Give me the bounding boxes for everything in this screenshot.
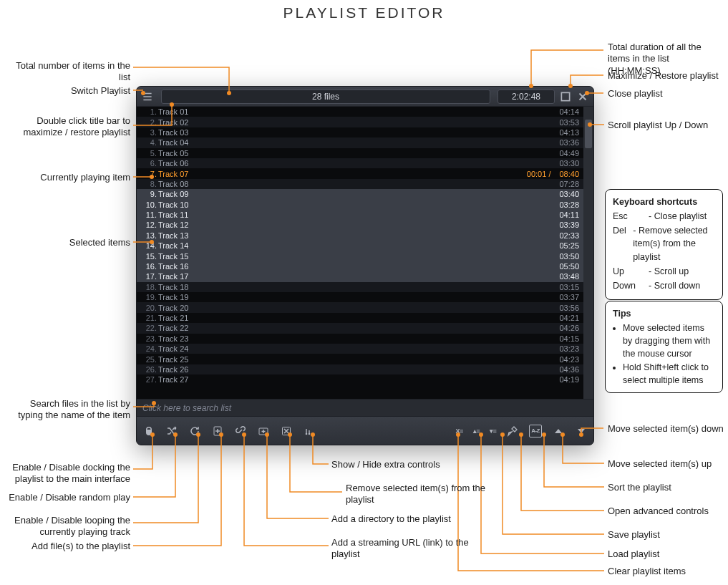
- list-item[interactable]: 4.Track 0403:36: [137, 137, 583, 148]
- list-item[interactable]: 11.Track 1104:11: [137, 210, 583, 220]
- callout-clear: Clear playlist items: [608, 566, 724, 577]
- track-duration: 03:15: [555, 283, 579, 291]
- list-item[interactable]: 22.Track 2204:26: [137, 323, 583, 333]
- track-duration: 04:23: [555, 355, 579, 364]
- track-duration: 03:39: [555, 221, 579, 229]
- callout-maximize: Maximize / Restore playlist: [608, 70, 724, 82]
- track-name: Track 11: [158, 211, 555, 219]
- shortcuts-box: Keyboard shortcuts Esc- Close playlistDe…: [605, 189, 723, 300]
- page-title: PLAYLIST EDITOR: [0, 4, 728, 21]
- title-bar[interactable]: 28 files 2:02:48: [137, 87, 593, 107]
- list-item[interactable]: 12.Track 1203:39: [137, 220, 583, 230]
- callout-dbl-title: Double click title bar to maximize / res…: [7, 115, 130, 139]
- list-item[interactable]: 19.Track 1903:37: [137, 292, 583, 302]
- callout-switch-playlist: Switch Playlist: [7, 85, 130, 97]
- track-number: 27.: [141, 375, 157, 384]
- track-number: 3.: [141, 128, 157, 137]
- list-item[interactable]: 16.Track 1605:50: [137, 261, 583, 271]
- track-duration: 04:26: [555, 324, 579, 332]
- maximize-button[interactable]: [559, 90, 572, 103]
- list-item[interactable]: 25.Track 2504:23: [137, 354, 583, 364]
- list-item[interactable]: 27.Track 2704:19: [137, 374, 583, 385]
- track-number: 26.: [141, 365, 157, 374]
- list-item[interactable]: 17.Track 1703:48: [137, 271, 583, 281]
- add-directory-button[interactable]: [257, 425, 270, 437]
- close-button[interactable]: [576, 90, 589, 103]
- list-item[interactable]: 15.Track 1503:50: [137, 251, 583, 261]
- track-name: Track 14: [158, 241, 555, 250]
- track-name: Track 06: [158, 159, 555, 168]
- sort-playlist-button[interactable]: A-Z: [529, 425, 542, 437]
- add-file-button[interactable]: [211, 425, 224, 437]
- list-item[interactable]: 13.Track 1302:33: [137, 231, 583, 241]
- track-duration: 04:11: [555, 211, 579, 219]
- advanced-controls-button[interactable]: [506, 425, 519, 437]
- track-list[interactable]: 1.Track 0104:142.Track 0203:533.Track 03…: [137, 107, 583, 399]
- list-item[interactable]: 18.Track 1803:15: [137, 282, 583, 292]
- list-item[interactable]: 10.Track 1003:28: [137, 200, 583, 210]
- track-number: 4.: [141, 138, 157, 147]
- track-number: 13.: [141, 231, 157, 240]
- tips-title: Tips: [613, 307, 715, 320]
- track-name: Track 01: [158, 107, 555, 116]
- scrollbar[interactable]: [583, 107, 593, 399]
- toggle-extra-controls-button[interactable]: [303, 425, 316, 437]
- track-name: Track 19: [158, 293, 555, 301]
- track-number: 11.: [141, 211, 157, 219]
- loop-toggle-button[interactable]: [188, 425, 201, 437]
- switch-playlist-button[interactable]: [141, 90, 154, 103]
- list-item[interactable]: 24.Track 2403:23: [137, 344, 583, 354]
- track-duration: 04:13: [555, 128, 579, 137]
- callout-scroll: Scroll playlist Up / Down: [608, 120, 724, 131]
- track-number: 19.: [141, 293, 157, 301]
- list-item[interactable]: 1.Track 0104:14: [137, 107, 583, 117]
- list-item[interactable]: 5.Track 0504:49: [137, 148, 583, 158]
- callout-remove-sel: Remove selected item(s) from the playlis…: [346, 483, 503, 506]
- track-name: Track 27: [158, 375, 555, 384]
- save-playlist-button[interactable]: ▾≡: [490, 425, 496, 437]
- dock-toggle-button[interactable]: [142, 425, 155, 437]
- list-item[interactable]: 23.Track 2304:15: [137, 334, 583, 344]
- list-item[interactable]: 7.Track 0700:01 /08:40: [137, 168, 583, 178]
- list-item[interactable]: 3.Track 0304:13: [137, 127, 583, 137]
- track-number: 25.: [141, 355, 157, 364]
- track-duration: 03:23: [555, 344, 579, 353]
- list-item[interactable]: 20.Track 2003:56: [137, 302, 583, 312]
- track-duration: 04:19: [555, 375, 579, 384]
- list-item[interactable]: 9.Track 0903:40: [137, 189, 583, 199]
- clear-playlist-button[interactable]: X≡: [455, 425, 462, 437]
- move-up-button[interactable]: [552, 425, 565, 437]
- callout-move-up: Move selected item(s) up: [608, 458, 724, 470]
- track-duration: 04:15: [555, 334, 579, 343]
- list-item[interactable]: 14.Track 1405:25: [137, 241, 583, 251]
- track-name: Track 02: [158, 118, 555, 127]
- shuffle-toggle-button[interactable]: [165, 425, 178, 437]
- tip-item: Hold Shift+left click to select multiple…: [623, 361, 715, 387]
- callouts-add-url: Add a streaming URL (link) to the playli…: [331, 537, 496, 561]
- list-item[interactable]: 6.Track 0603:30: [137, 158, 583, 168]
- move-down-button[interactable]: [575, 425, 588, 437]
- list-item[interactable]: 2.Track 0203:53: [137, 117, 583, 127]
- shortcut-desc: - Scroll up: [649, 265, 689, 278]
- track-name: Track 20: [158, 304, 555, 312]
- callout-sort: Sort the playlist: [608, 482, 724, 493]
- list-item[interactable]: 26.Track 2604:36: [137, 364, 583, 374]
- remove-selected-button[interactable]: [280, 425, 293, 437]
- add-url-button[interactable]: [234, 425, 247, 437]
- track-duration: 03:36: [555, 138, 579, 147]
- track-progress: 00:01 /: [527, 170, 555, 178]
- track-name: Track 08: [158, 180, 555, 188]
- track-number: 23.: [141, 334, 157, 343]
- track-duration: 04:49: [555, 149, 579, 158]
- shortcut-key: Down: [613, 279, 643, 292]
- list-item[interactable]: 8.Track 0807:28: [137, 179, 583, 189]
- callout-search: Search files in the list by typing the n…: [7, 398, 130, 422]
- track-duration: 03:50: [555, 252, 579, 261]
- track-number: 8.: [141, 180, 157, 188]
- track-number: 6.: [141, 159, 157, 168]
- load-playlist-button[interactable]: ▴≡: [473, 425, 480, 437]
- callout-extra: Show / Hide extra controls: [331, 459, 489, 470]
- list-item[interactable]: 21.Track 2104:21: [137, 313, 583, 323]
- scrollbar-thumb[interactable]: [585, 120, 592, 148]
- search-input[interactable]: [142, 403, 588, 413]
